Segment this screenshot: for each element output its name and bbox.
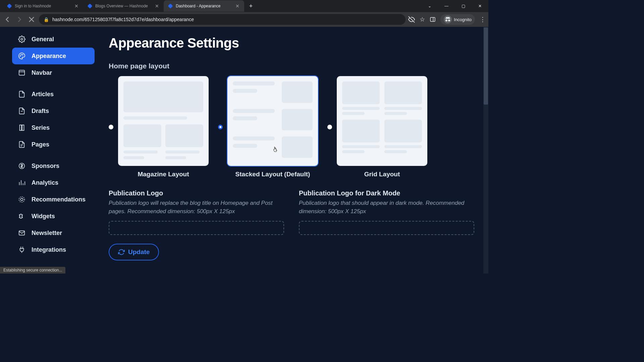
address-bar: 🔒 hashnode.com/6571258037f7fa8c152d7d7e/… — [0, 12, 488, 27]
mail-icon — [18, 229, 25, 237]
sidebar-item-drafts[interactable]: Drafts — [12, 103, 95, 119]
svg-point-7 — [21, 38, 23, 40]
plug-icon — [18, 246, 25, 253]
layout-preview-stacked[interactable] — [227, 76, 318, 166]
minimize-button[interactable]: — — [439, 1, 454, 11]
logo-dark-title: Publication Logo for Dark Mode — [299, 189, 474, 197]
main-panel: Appearance Settings Home page layout Mag… — [95, 27, 488, 274]
incognito-icon — [444, 15, 452, 23]
sidebar-item-series[interactable]: Series — [12, 119, 95, 136]
scrollbar-thumb[interactable] — [484, 27, 488, 105]
update-button[interactable]: Update — [109, 244, 159, 260]
sidebar-item-label: Sponsors — [32, 163, 59, 170]
navbar-icon — [18, 69, 25, 76]
app-container: General Appearance Navbar Articles Draft… — [0, 27, 488, 274]
tab-signin[interactable]: Sign in to Hashnode ✕ — [3, 0, 83, 12]
svg-rect-14 — [20, 125, 22, 131]
maximize-button[interactable]: ▢ — [455, 1, 471, 11]
stop-loading-button[interactable] — [27, 15, 36, 24]
sidebar-item-general[interactable]: General — [12, 31, 95, 48]
svg-rect-2 — [168, 3, 173, 8]
sidebar-item-label: Drafts — [32, 108, 49, 115]
eye-off-icon[interactable] — [408, 16, 415, 23]
section-label-layout: Home page layout — [109, 62, 474, 70]
sidebar-item-appearance[interactable]: Appearance — [12, 48, 95, 64]
tab-dashboard-appearance[interactable]: Dashboard - Appearance ✕ — [164, 0, 244, 12]
svg-point-10 — [22, 54, 23, 55]
svg-rect-0 — [7, 3, 12, 8]
svg-point-8 — [20, 56, 21, 56]
layout-label: Grid Layout — [364, 171, 400, 178]
sidebar-item-navbar[interactable]: Navbar — [12, 64, 95, 81]
update-label: Update — [128, 248, 150, 256]
chart-icon — [18, 179, 25, 186]
gear-icon — [18, 36, 25, 43]
radio-magazine[interactable] — [109, 125, 113, 129]
chevron-down-icon[interactable]: ⌄ — [422, 1, 437, 11]
tab-title: Sign in to Hashnode — [15, 4, 71, 8]
sidebar-item-label: Navbar — [32, 69, 52, 76]
lock-icon: 🔒 — [44, 17, 49, 22]
page-title: Appearance Settings — [109, 36, 474, 51]
radio-grid[interactable] — [327, 125, 332, 129]
palette-icon — [18, 52, 25, 60]
logo-dark-dropzone[interactable] — [299, 221, 474, 235]
sidebar-item-articles[interactable]: Articles — [12, 86, 95, 103]
tab-title: Blogs Overview — Hashnode — [95, 4, 152, 8]
page-icon — [18, 141, 25, 148]
svg-rect-11 — [19, 70, 25, 75]
close-icon[interactable]: ✕ — [154, 3, 160, 9]
sidebar-item-newsletter[interactable]: Newsletter — [12, 225, 95, 241]
puzzle-icon — [18, 213, 25, 220]
hashnode-favicon — [168, 3, 173, 9]
forward-button[interactable] — [15, 15, 24, 24]
tab-title: Dashboard - Appearance — [176, 4, 232, 8]
tab-bar: Sign in to Hashnode ✕ Blogs Overview — H… — [0, 0, 488, 12]
sidebar-item-widgets[interactable]: Widgets — [12, 208, 95, 225]
sidebar-item-pages[interactable]: Pages — [12, 136, 95, 153]
layout-preview-magazine[interactable] — [118, 76, 209, 166]
svg-point-9 — [21, 54, 21, 55]
close-icon[interactable]: ✕ — [235, 3, 240, 9]
tab-blogs-overview[interactable]: Blogs Overview — Hashnode ✕ — [83, 0, 164, 12]
radio-stacked[interactable] — [218, 125, 223, 129]
window-controls: ⌄ — ▢ ✕ — [422, 1, 488, 11]
star-icon[interactable]: ☆ — [420, 16, 425, 23]
svg-point-5 — [445, 19, 447, 21]
layout-label: Stacked Layout (Default) — [235, 171, 310, 178]
sidebar-item-label: Appearance — [32, 53, 66, 60]
doc-icon — [18, 90, 25, 98]
kebab-menu-icon[interactable]: ⋮ — [480, 16, 486, 23]
logo-light-title: Publication Logo — [109, 189, 284, 197]
logo-light-dropzone[interactable] — [109, 221, 284, 235]
sidebar-item-label: Newsletter — [32, 230, 62, 237]
svg-rect-3 — [430, 17, 435, 21]
incognito-badge[interactable]: Incognito — [440, 14, 475, 25]
sidebar-item-label: General — [32, 36, 54, 43]
sidebar-item-label: Integrations — [32, 246, 66, 253]
sidebar-item-label: Series — [32, 124, 50, 131]
panel-icon[interactable] — [430, 16, 436, 22]
logo-dark-desc: Publication logo that should appear in d… — [299, 199, 474, 216]
sidebar-item-sponsors[interactable]: Sponsors — [12, 158, 95, 174]
file-icon — [18, 107, 25, 115]
refresh-icon — [118, 249, 125, 255]
sidebar-item-recommendations[interactable]: Recommendations — [12, 191, 95, 208]
svg-point-6 — [448, 19, 450, 21]
status-bar: Establishing secure connection... — [0, 267, 65, 274]
browser-chrome: Sign in to Hashnode ✕ Blogs Overview — H… — [0, 0, 488, 27]
layout-preview-grid[interactable] — [337, 76, 427, 166]
close-icon[interactable]: ✕ — [74, 3, 79, 9]
url-field[interactable]: 🔒 hashnode.com/6571258037f7fa8c152d7d7e/… — [39, 14, 406, 25]
layout-label: Magazine Layout — [138, 171, 189, 178]
close-window-button[interactable]: ✕ — [472, 1, 488, 11]
incognito-label: Incognito — [454, 17, 472, 22]
sidebar-item-integrations[interactable]: Integrations — [12, 241, 95, 258]
new-tab-button[interactable]: + — [246, 1, 256, 11]
back-button[interactable] — [3, 15, 12, 24]
stack-icon — [18, 124, 25, 131]
sidebar-item-label: Articles — [32, 91, 54, 98]
sidebar-item-analytics[interactable]: Analytics — [12, 174, 95, 191]
sidebar-item-label: Widgets — [32, 213, 55, 220]
svg-rect-1 — [87, 3, 92, 8]
